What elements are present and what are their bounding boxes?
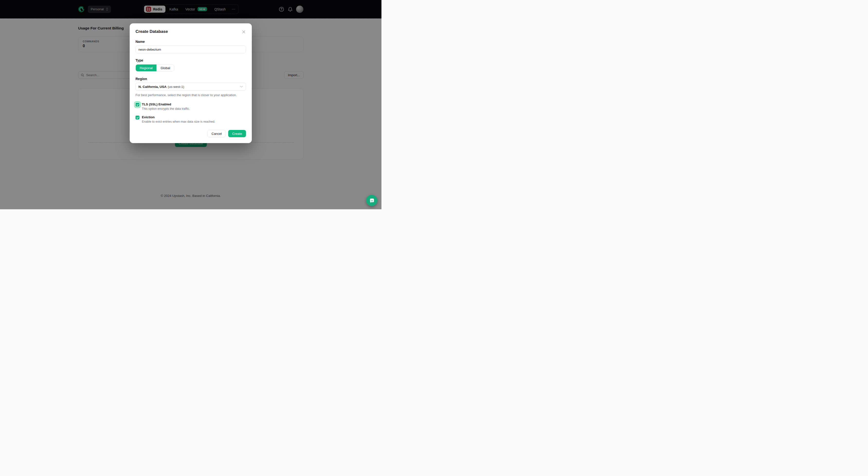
tls-description: This option encrypts the data traffic. [142, 107, 190, 111]
modal-header: Create Database [135, 29, 246, 34]
eviction-checkbox[interactable] [135, 116, 140, 119]
region-label: Region [135, 77, 246, 81]
create-database-modal: Create Database Name Type Regional Globa… [130, 23, 252, 143]
eviction-setting-row: Eviction Enable to evict entries when ma… [135, 115, 246, 123]
region-selected-name: N. California, USA [138, 85, 167, 89]
check-icon [136, 116, 139, 119]
eviction-texts: Eviction Enable to evict entries when ma… [142, 115, 215, 123]
type-segmented-control: Regional Global [135, 64, 174, 71]
type-label: Type [135, 58, 246, 62]
page: Personal Redis Kafk [0, 0, 381, 209]
region-select[interactable]: N. California, USA (us-west-1) [135, 83, 246, 91]
region-selected-code: (us-west-1) [168, 85, 184, 89]
create-button[interactable]: Create [228, 130, 246, 137]
name-label: Name [135, 40, 246, 43]
tls-checkbox[interactable] [135, 103, 140, 107]
region-helper-text: For best performance, select the region … [135, 93, 246, 97]
modal-title: Create Database [135, 29, 168, 34]
type-option-regional[interactable]: Regional [136, 64, 156, 71]
chat-launcher-button[interactable] [366, 195, 377, 206]
close-icon[interactable] [242, 30, 246, 34]
tls-label: TLS (SSL) Enabled [142, 102, 190, 106]
eviction-label: Eviction [142, 115, 215, 119]
type-option-global[interactable]: Global [156, 64, 174, 71]
chat-bubble-icon [369, 198, 375, 203]
tls-setting-row: TLS (SSL) Enabled This option encrypts t… [135, 102, 246, 111]
modal-actions: Cancel Create [135, 130, 246, 137]
database-name-input[interactable] [135, 46, 246, 53]
eviction-description: Enable to evict entries when max data si… [142, 120, 215, 123]
tls-texts: TLS (SSL) Enabled This option encrypts t… [142, 102, 190, 111]
cancel-button[interactable]: Cancel [207, 130, 226, 137]
check-icon [136, 103, 139, 106]
chevron-down-icon [240, 86, 243, 88]
